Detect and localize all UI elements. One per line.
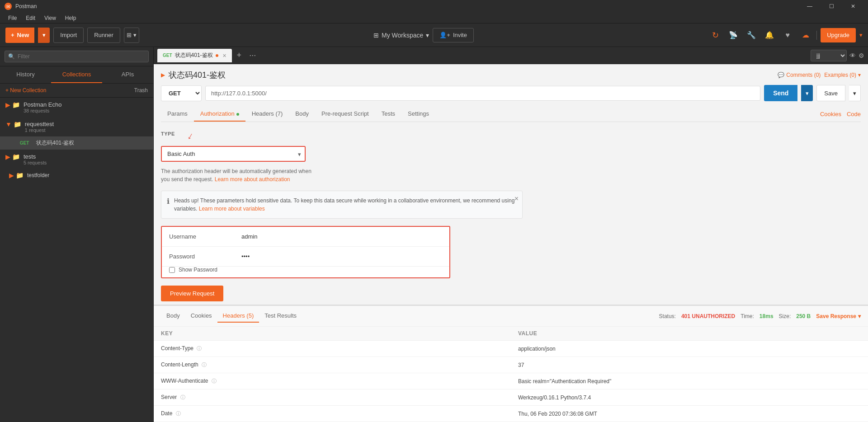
header-key: Content-Length ⓘ xyxy=(154,357,511,373)
comments-button[interactable]: 💬 Comments (0) xyxy=(778,72,821,78)
auth-learn-more-link[interactable]: Learn more about authorization xyxy=(215,176,290,183)
code-button[interactable]: Code xyxy=(847,111,861,117)
invite-button[interactable]: 👤+ Invite xyxy=(433,28,474,42)
runner-button[interactable]: Runner xyxy=(87,28,120,43)
upgrade-button[interactable]: Upgrade xyxy=(821,28,856,42)
toolbar-divider xyxy=(816,31,817,40)
layout-button[interactable]: ⊞ ▾ xyxy=(124,28,139,43)
response-tabs: Body Cookies Headers (5) Test Results xyxy=(161,309,302,323)
auth-note: The authorization header will be automat… xyxy=(161,167,319,183)
alert-box: ℹ Heads up! These parameters hold sensit… xyxy=(161,191,523,219)
resp-tab-test-results[interactable]: Test Results xyxy=(259,309,302,323)
auth-type-select[interactable]: Basic Auth xyxy=(161,146,306,162)
auth-content: TYPE ↓ Basic Auth The authorization head… xyxy=(161,127,861,305)
tab-authorization[interactable]: Authorization xyxy=(194,107,245,122)
tab-headers[interactable]: Headers (7) xyxy=(245,107,289,122)
info-icon: ℹ xyxy=(167,197,170,206)
info-icon[interactable]: ⓘ xyxy=(176,411,181,416)
maximize-button[interactable]: ☐ xyxy=(821,0,842,13)
info-icon[interactable]: ⓘ xyxy=(212,378,217,384)
menu-view[interactable]: View xyxy=(40,14,61,22)
info-icon[interactable]: ⓘ xyxy=(202,362,207,367)
menu-help[interactable]: Help xyxy=(61,14,81,22)
save-button[interactable]: Save xyxy=(816,85,845,101)
sub-collection-testfolder[interactable]: ▶ 📁 testfolder xyxy=(0,169,153,182)
collection-item-postman-echo[interactable]: ▶ 📁 Postman Echo 38 requests xyxy=(0,98,153,117)
env-eye-button[interactable]: 👁 xyxy=(849,52,856,59)
heart-button[interactable]: ♥ xyxy=(780,28,795,42)
save-response-chevron: ▾ xyxy=(858,313,861,319)
close-button[interactable]: ✕ xyxy=(843,0,863,13)
search-input[interactable] xyxy=(5,51,149,62)
header-key: Date ⓘ xyxy=(154,406,511,422)
bell-button[interactable]: 🔔 xyxy=(762,28,777,42)
request-expand-icon[interactable]: ▶ xyxy=(161,72,165,78)
tab-prerequest[interactable]: Pre-request Script xyxy=(315,107,375,122)
env-settings-button[interactable]: ⚙ xyxy=(859,52,864,59)
cookies-button[interactable]: Cookies xyxy=(820,111,841,117)
tab-body[interactable]: Body xyxy=(289,107,315,122)
tab-params[interactable]: Params xyxy=(161,107,194,122)
resp-tab-headers[interactable]: Headers (5) xyxy=(217,309,259,323)
tab-apis[interactable]: APIs xyxy=(102,66,153,83)
password-input[interactable] xyxy=(241,251,442,262)
invite-label: Invite xyxy=(453,32,467,38)
collection-item-tests[interactable]: ▶ 📁 tests 5 requests xyxy=(0,150,153,169)
wrench-button[interactable]: 🔧 xyxy=(744,28,759,42)
trash-button[interactable]: Trash xyxy=(134,87,148,94)
collection-item-requesttest[interactable]: ▼ 📁 requesttest 1 request xyxy=(0,117,153,136)
menu-file[interactable]: File xyxy=(4,14,21,22)
main-layout: 🔍 History Collections APIs + New Collect… xyxy=(0,47,868,422)
env-dropdown[interactable]: jjj xyxy=(811,50,847,61)
tab-collections[interactable]: Collections xyxy=(51,66,102,83)
folder-icon: ▶ 📁 xyxy=(5,153,20,160)
tab-settings[interactable]: Settings xyxy=(401,107,435,122)
save-dropdown-button[interactable]: ▾ xyxy=(849,85,861,101)
cloud-button[interactable]: ☁ xyxy=(798,28,813,42)
alert-text: Heads up! These parameters hold sensitiv… xyxy=(174,197,517,213)
sidebar-actions: + New Collection Trash xyxy=(0,84,153,98)
more-tabs-button[interactable]: ··· xyxy=(246,49,259,62)
variables-learn-more-link[interactable]: Learn more about variables xyxy=(199,206,265,212)
username-input[interactable] xyxy=(241,231,442,242)
table-row: Content-Type ⓘ application/json xyxy=(154,341,868,357)
info-icon[interactable]: ⓘ xyxy=(197,346,202,351)
show-password-checkbox[interactable] xyxy=(169,267,175,273)
new-button[interactable]: + New xyxy=(5,28,34,43)
minimize-button[interactable]: — xyxy=(799,0,820,13)
request-item-401[interactable]: GET 状态码401-鉴权 xyxy=(0,136,153,150)
preview-request-button[interactable]: Preview Request xyxy=(161,286,223,301)
new-dropdown-button[interactable]: ▾ xyxy=(38,28,50,43)
info-icon[interactable]: ⓘ xyxy=(180,394,185,400)
menu-edit[interactable]: Edit xyxy=(21,14,40,22)
url-input[interactable] xyxy=(205,86,760,101)
show-password-label[interactable]: Show Password xyxy=(179,267,217,273)
send-button[interactable]: Send xyxy=(764,85,797,101)
header-key: Server ⓘ xyxy=(154,389,511,406)
resp-tab-body[interactable]: Body xyxy=(161,309,185,323)
workspace-button[interactable]: ⊞ My Workspace ▾ xyxy=(373,32,429,39)
add-tab-button[interactable]: + xyxy=(233,49,245,62)
comments-label: Comments (0) xyxy=(786,72,821,78)
resp-tab-cookies[interactable]: Cookies xyxy=(185,309,217,323)
send-dropdown-button[interactable]: ▾ xyxy=(801,85,813,101)
response-headers-table: KEY VALUE Content-Type ⓘ application/jso… xyxy=(154,327,868,422)
method-select[interactable]: GET xyxy=(161,85,202,101)
folder-icon: ▼ 📁 xyxy=(5,121,21,128)
status-label: Status: xyxy=(659,313,676,319)
toolbar: + New ▾ Import Runner ⊞ ▾ ⊞ My Workspace… xyxy=(0,23,868,47)
menu-bar: File Edit View Help xyxy=(0,13,868,23)
tab-history[interactable]: History xyxy=(0,66,51,83)
save-response-button[interactable]: Save Response ▾ xyxy=(816,313,861,319)
comments-icon: 💬 xyxy=(778,72,784,78)
sync-button[interactable]: ↻ xyxy=(708,28,722,42)
workspace-chevron-icon: ▾ xyxy=(426,32,429,39)
new-collection-button[interactable]: + New Collection xyxy=(5,87,46,94)
import-button[interactable]: Import xyxy=(53,28,84,43)
tab-tests[interactable]: Tests xyxy=(375,107,401,122)
alert-close-button[interactable]: × xyxy=(514,195,519,203)
radar-button[interactable]: 📡 xyxy=(726,28,741,42)
tab-close-button[interactable]: × xyxy=(223,52,226,59)
request-tab-401[interactable]: GET 状态码401-鉴权 × xyxy=(157,49,232,62)
examples-button[interactable]: Examples (0) ▾ xyxy=(824,72,861,78)
